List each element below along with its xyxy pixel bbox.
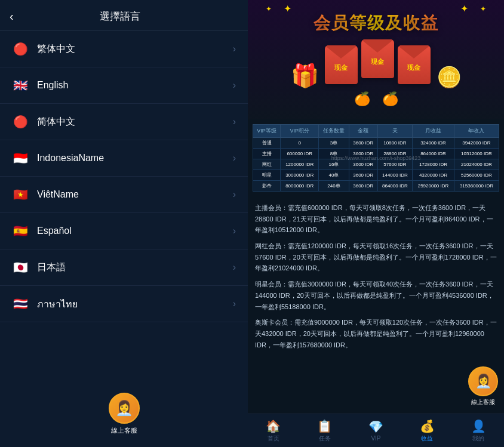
nav-label-vip: VIP: [371, 435, 380, 442]
red-envelope-2: 现金: [361, 39, 394, 78]
vip-table-cell: 1728000 IDR: [413, 159, 454, 170]
right-content[interactable]: ✦ ✦ ✦ ✦ 会员等级及收益 🎁 现金 现金: [248, 0, 504, 414]
language-list: 🔴 繁体中文 › 🇬🇧 English › 🔴 简体中文 › 🇮🇩 Indone…: [0, 31, 248, 447]
orange-icon: 🍊: [354, 91, 370, 107]
vip-description: 主播会员：需充值600000 IDR，每天可领取8次任务，一次任务3600 ID…: [248, 196, 504, 361]
vip-table-cell: 864000 IDR: [377, 181, 413, 192]
nav-item-mine[interactable]: 👤 我的: [453, 419, 504, 443]
hero-banner: ✦ ✦ ✦ ✦ 会员等级及收益 🎁 现金 现金: [248, 0, 504, 119]
hero-title: 会员等级及收益: [254, 12, 498, 35]
nav-item-earnings[interactable]: 💰 收益: [401, 419, 453, 443]
lang-item-english[interactable]: 🇬🇧 English ›: [0, 67, 248, 104]
vip-table-header: 月收益: [413, 125, 454, 138]
arrow-thai: ›: [233, 298, 236, 309]
flag-vietnam: 🇻🇳: [12, 186, 29, 203]
vip-table-cell: 主播: [253, 149, 281, 159]
fruit-decoration: 🍊 🍊: [254, 91, 498, 107]
vip-table-cell: 52560000 IDR: [454, 170, 499, 181]
vip-table-cell: 0: [281, 138, 319, 149]
flag-spanish: 🇪🇸: [12, 223, 29, 239]
right-panel: ✦ ✦ ✦ ✦ 会员等级及收益 🎁 现金 现金: [248, 0, 504, 447]
flag-indonesia: 🇮🇩: [12, 150, 29, 167]
vip-table-cell: 21024000 IDR: [454, 159, 499, 170]
vip-table-cell: 10512000 IDR: [454, 149, 499, 159]
lang-item-indonesia[interactable]: 🇮🇩 IndonesiaName ›: [0, 140, 248, 177]
flag-english: 🇬🇧: [12, 77, 29, 94]
customer-service-left[interactable]: 👩‍💼 線上客服: [109, 393, 140, 435]
right-wrapper: ✦ ✦ ✦ ✦ 会员等级及收益 🎁 现金 现金: [248, 0, 504, 447]
vip-table-cell: 600000 IDR: [281, 149, 319, 159]
vip-table-cell: 144000 IDR: [377, 170, 413, 181]
lang-item-vietnam[interactable]: 🇻🇳 ViêtName ›: [0, 177, 248, 213]
vip-table-header: 天: [377, 125, 413, 138]
gift-icon: 🎁: [291, 63, 319, 89]
lang-item-japanese[interactable]: 🇯🇵 日本語 ›: [0, 249, 248, 286]
vip-table-cell: 16单: [319, 159, 349, 170]
vip-table-cell: 4320000 IDR: [413, 170, 454, 181]
lang-name-english: English: [37, 80, 233, 91]
vip-table-header: VIP等级: [253, 125, 281, 138]
left-header: ‹ 選擇語言: [0, 0, 248, 31]
lang-name-indonesia: IndonesiaName: [37, 153, 233, 164]
lang-item-spanish[interactable]: 🇪🇸 Español ›: [0, 213, 248, 249]
vip-table-cell: 3600 IDR: [349, 181, 377, 192]
red-envelope-text-2: 现金: [371, 57, 384, 66]
lang-name-vietnam: ViêtName: [37, 189, 233, 200]
nav-item-task[interactable]: 📋 任务: [299, 419, 351, 443]
vip-table-cell: 25920000 IDR: [413, 181, 454, 192]
vip-desc-para-1: 网红会员：需充值1200000 IDR，每天可领取16次任务，一次任务3600 …: [255, 241, 497, 274]
lang-item-traditional-chinese[interactable]: 🔴 繁体中文 ›: [0, 31, 248, 67]
nav-icon-mine: 👤: [471, 419, 486, 433]
vip-table-cell: 1200000 IDR: [281, 159, 319, 170]
vip-table-cell: 3000000 IDR: [281, 170, 319, 181]
vip-table-header: 金额: [349, 125, 377, 138]
nav-icon-vip: 💎: [368, 420, 383, 434]
vip-table-cell: 3单: [319, 138, 349, 149]
vip-table-row: 主播600000 IDR8单3600 IDR28800 IDR864000 ID…: [253, 149, 499, 159]
vip-table-cell: 315360000 IDR: [454, 181, 499, 192]
vip-table-cell: 40单: [319, 170, 349, 181]
nav-label-home: 首页: [268, 434, 279, 443]
vip-table-cell: 3600 IDR: [349, 149, 377, 159]
nav-icon-home: 🏠: [266, 419, 281, 433]
lang-item-thai[interactable]: 🇹🇭 ภาษาไทย ›: [0, 286, 248, 322]
cs-label-right: 線上客服: [471, 398, 495, 406]
arrow-traditional-chinese: ›: [233, 44, 236, 54]
nav-item-vip[interactable]: 💎 VIP: [351, 420, 402, 442]
hero-illustration: 🎁 现金 现金 现金 🪙: [254, 41, 498, 89]
lang-name-simplified-chinese: 简体中文: [37, 116, 233, 128]
vip-desc-para-0: 主播会员：需充值600000 IDR，每天可领取8次任务，一次任务3600 ID…: [255, 202, 497, 236]
lang-name-japanese: 日本語: [37, 261, 233, 274]
vip-table-cell: 普通: [253, 138, 281, 149]
left-panel: ‹ 選擇語言 🔴 繁体中文 › 🇬🇧 English › 🔴 简体中文 › 🇮🇩…: [0, 0, 248, 447]
vip-table-header: 任务数量: [319, 125, 349, 138]
vip-table-cell: 240单: [319, 181, 349, 192]
vip-table-cell: 3600 IDR: [349, 159, 377, 170]
vip-table-cell: 864000 IDR: [413, 149, 454, 159]
customer-service-right[interactable]: 👩‍💼 線上客服: [468, 366, 498, 406]
vip-table-cell: 324000 IDR: [413, 138, 454, 149]
vip-desc-para-2: 明星会员：需充值3000000 IDR，每天可领取40次任务，一次任务3600 …: [255, 279, 497, 312]
vip-table-cell: 8单: [319, 149, 349, 159]
lang-name-traditional-chinese: 繁体中文: [37, 43, 233, 56]
cs-avatar-right: 👩‍💼: [468, 366, 498, 396]
nav-label-mine: 我的: [472, 434, 484, 443]
nav-icon-earnings: 💰: [420, 419, 435, 433]
nav-label-earnings: 收益: [421, 434, 433, 443]
arrow-simplified-chinese: ›: [233, 116, 236, 127]
vip-table-cell: 57600 IDR: [377, 159, 413, 170]
arrow-indonesia: ›: [233, 153, 236, 164]
lang-item-simplified-chinese[interactable]: 🔴 简体中文 ›: [0, 104, 248, 140]
back-button[interactable]: ‹: [10, 10, 14, 23]
vip-table-row: 普通03单3600 IDR10800 IDR324000 IDR3942000 …: [253, 138, 499, 149]
flag-traditional-chinese: 🔴: [12, 41, 29, 57]
lang-name-thai: ภาษาไทย: [37, 297, 233, 312]
vip-table-cell: 3942000 IDR: [454, 138, 499, 149]
flag-japanese: 🇯🇵: [12, 259, 29, 276]
red-envelope-text-1: 现金: [334, 63, 348, 72]
vip-table-header: 年收入: [454, 125, 499, 138]
nav-item-home[interactable]: 🏠 首页: [248, 419, 299, 443]
lang-name-spanish: Español: [37, 226, 233, 236]
vip-table-cell: 明星: [253, 170, 281, 181]
red-envelope-text-3: 现金: [407, 63, 420, 72]
